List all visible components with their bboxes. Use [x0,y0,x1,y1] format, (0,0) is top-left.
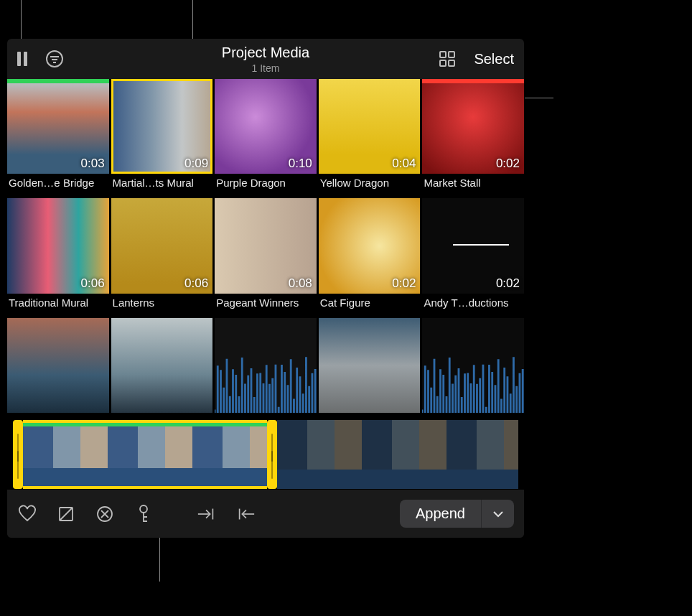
selected-range[interactable] [23,420,267,489]
media-thumbnail[interactable]: 0:09 [111,79,213,174]
append-group: Append [400,500,514,528]
title-group: Project Media 1 Item [222,45,309,74]
bottom-toolbar: Append [7,489,524,538]
media-item[interactable]: 0:10Purple Dragon [215,79,317,196]
media-item[interactable]: 0:03Golden…e Bridge [7,79,109,196]
topbar: Project Media 1 Item Select [7,39,524,79]
media-item[interactable]: 0:04Yellow Dragon [319,79,421,196]
media-caption: Traditional Mural [7,294,109,316]
media-caption: Purple Dragon [215,174,317,196]
usage-bar [422,79,524,83]
duration-label: 0:04 [392,157,416,171]
media-item[interactable]: 0:06Lanterns [111,198,213,315]
select-button[interactable]: Select [474,51,514,67]
chevron-down-icon [492,508,505,521]
page-title: Project Media [222,45,309,61]
media-thumbnail[interactable] [111,318,213,413]
media-item[interactable] [422,318,524,413]
media-thumbnail[interactable]: 0:02 [422,79,524,174]
duration-label: 0:06 [184,276,208,291]
range-start-handle[interactable] [13,420,23,489]
media-thumbnail[interactable] [215,318,317,413]
filmstrip-area [7,413,524,489]
media-item[interactable]: 0:09Martial…ts Mural [111,79,213,196]
media-thumbnail[interactable]: 0:06 [111,198,213,293]
media-item[interactable]: 0:06Traditional Mural [7,198,109,315]
media-thumbnail[interactable]: 0:10 [215,79,317,174]
media-caption: Cat Figure [319,294,421,316]
pause-icon[interactable] [17,52,29,66]
topbar-left [17,49,65,69]
media-caption: Andy T…ductions [422,294,524,316]
media-item[interactable]: 0:08Pageant Winners [215,198,317,315]
svg-rect-6 [440,60,446,66]
media-item[interactable] [111,318,213,413]
media-caption: Yellow Dragon [319,174,421,196]
waveform-icon [422,318,524,413]
media-item[interactable]: 0:02Cat Figure [319,198,421,315]
filter-icon[interactable] [45,49,65,69]
media-thumbnail[interactable]: 0:04 [319,79,421,174]
project-media-panel: Project Media 1 Item Select 0:03Golden…e… [7,39,524,538]
svg-point-13 [140,505,147,513]
media-thumbnail[interactable]: 0:03 [7,79,109,174]
mark-in-button[interactable] [197,504,217,524]
duration-label: 0:08 [289,276,312,291]
append-button[interactable]: Append [400,500,481,528]
media-thumbnail[interactable]: 0:02 [422,198,524,293]
keyword-button[interactable] [134,504,154,524]
duration-label: 0:02 [496,157,520,171]
media-caption: Golden…e Bridge [7,174,109,196]
duration-label: 0:06 [81,276,105,291]
media-caption: Pageant Winners [215,294,317,316]
media-item[interactable]: 0:02Market Stall [422,79,524,196]
media-item[interactable] [319,318,421,413]
usage-bar [7,79,109,83]
duration-label: 0:09 [184,157,208,171]
usage-indicator [23,423,267,426]
media-thumbnail[interactable] [7,318,109,413]
media-item[interactable] [215,318,317,413]
filmstrip[interactable] [13,420,518,489]
duration-label: 0:02 [496,276,520,291]
duration-label: 0:02 [392,276,416,291]
append-options-button[interactable] [481,500,514,528]
media-thumbnail[interactable] [319,318,421,413]
media-item[interactable] [7,318,109,413]
media-caption: Martial…ts Mural [111,174,213,196]
svg-rect-7 [449,60,454,66]
media-item[interactable]: 0:02Andy T…ductions [422,198,524,315]
media-thumbnail[interactable]: 0:02 [319,198,421,293]
mark-out-button[interactable] [235,504,256,524]
svg-rect-5 [449,52,454,57]
duration-label: 0:10 [289,157,312,171]
topbar-right: Select [438,50,514,68]
callout-line [21,0,22,43]
duration-label: 0:03 [81,157,105,171]
media-thumbnail[interactable]: 0:06 [7,198,109,293]
media-thumbnail[interactable]: 0:08 [215,198,317,293]
reject-button[interactable] [56,504,76,524]
favorite-button[interactable] [17,504,37,524]
media-grid: 0:03Golden…e Bridge0:09Martial…ts Mural0… [7,79,524,413]
clear-rating-button[interactable] [95,504,115,524]
grid-view-icon[interactable] [438,50,457,68]
range-end-handle[interactable] [267,420,277,489]
media-thumbnail[interactable] [422,318,524,413]
callout-line [525,98,553,98]
filmstrip-remainder[interactable] [277,420,518,489]
media-caption: Market Stall [422,174,524,196]
svg-line-9 [60,508,73,521]
svg-rect-4 [440,52,446,57]
waveform-icon [215,318,317,413]
item-count: 1 Item [222,62,309,74]
media-caption: Lanterns [111,294,213,316]
